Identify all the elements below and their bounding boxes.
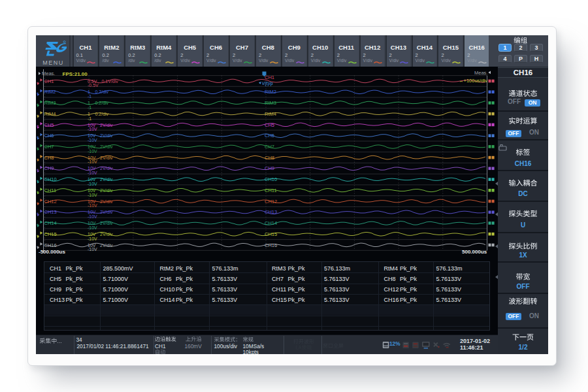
- svg-text:-10V: -10V: [88, 159, 97, 164]
- svg-text:CH13: CH13: [265, 209, 277, 215]
- svg-text:CH10: CH10: [44, 176, 57, 182]
- svg-text:CH1: CH1: [44, 78, 54, 84]
- svg-text:FPS:21.00: FPS:21.00: [63, 71, 88, 77]
- svg-text:RtM2: RtM2: [265, 89, 276, 95]
- svg-text:CH12: CH12: [265, 199, 277, 204]
- svg-text:↔+100us/div: ↔+100us/div: [459, 78, 487, 84]
- svg-text:-10V: -10V: [88, 214, 97, 219]
- svg-text:-10V: -10V: [88, 127, 97, 131]
- svg-text:CH15: CH15: [265, 231, 277, 237]
- svg-text:CH16: CH16: [265, 242, 277, 248]
- svg-text:RtM3: RtM3: [44, 100, 56, 106]
- svg-text:-10V: -10V: [88, 247, 97, 252]
- svg-text:2V/div: 2V/div: [100, 166, 113, 171]
- svg-text:CH5: CH5: [44, 122, 54, 128]
- svg-text:RtM2: RtM2: [44, 89, 56, 95]
- svg-text:2V/div: 2V/div: [100, 123, 113, 127]
- svg-text:-500.000us: -500.000us: [39, 249, 65, 255]
- svg-text:CH14: CH14: [44, 220, 57, 226]
- svg-text:0.2/div: 0.2/div: [95, 90, 109, 94]
- svg-text:-10V: -10V: [88, 138, 97, 142]
- svg-text:0.1V/div: 0.1V/div: [102, 79, 119, 84]
- svg-text:-10V: -10V: [88, 225, 97, 230]
- svg-text:CH16: CH16: [44, 242, 57, 248]
- svg-text:-10V: -10V: [88, 182, 97, 186]
- svg-text:RtM3: RtM3: [265, 100, 276, 106]
- svg-text:CH14: CH14: [265, 220, 277, 226]
- svg-text:CH15: CH15: [44, 231, 57, 237]
- svg-text:-10V: -10V: [88, 149, 97, 154]
- svg-text:-1: -1: [88, 94, 91, 99]
- svg-text:-1: -1: [88, 105, 91, 110]
- svg-text:CH6: CH6: [265, 133, 274, 139]
- svg-text:-0.5V: -0.5V: [88, 83, 99, 88]
- svg-text:2V/div: 2V/div: [100, 243, 113, 248]
- svg-text:2V/div: 2V/div: [100, 188, 113, 193]
- svg-text:CH8: CH8: [44, 155, 54, 161]
- svg-text:-10V: -10V: [88, 193, 97, 197]
- svg-text:CH8: CH8: [265, 155, 274, 161]
- svg-text:2V/div: 2V/div: [100, 199, 113, 204]
- svg-text:2V/div: 2V/div: [100, 210, 113, 214]
- svg-text:Meas.: Meas.: [474, 70, 487, 76]
- svg-text:0.2/div: 0.2/div: [95, 101, 109, 105]
- svg-text:CH12: CH12: [44, 199, 57, 204]
- svg-text:-10V: -10V: [88, 171, 97, 175]
- svg-text:-10V: -10V: [88, 203, 97, 208]
- svg-text:CH5: CH5: [265, 122, 274, 128]
- svg-text:CH7: CH7: [265, 144, 274, 150]
- svg-text:CH6: CH6: [44, 133, 54, 139]
- svg-text:CH7: CH7: [44, 144, 54, 150]
- svg-text:RtM4: RtM4: [265, 111, 276, 117]
- svg-text:CH1: CH1: [265, 74, 274, 80]
- svg-text:CH9: CH9: [265, 165, 274, 171]
- svg-text:Meas.: Meas.: [42, 71, 55, 76]
- svg-text:CH11: CH11: [265, 188, 277, 193]
- svg-text:2V/div: 2V/div: [100, 155, 113, 160]
- svg-text:-1: -1: [88, 116, 91, 121]
- svg-text:CH9: CH9: [44, 165, 54, 171]
- svg-text:CH13: CH13: [44, 209, 57, 215]
- svg-text:CH10: CH10: [265, 176, 277, 182]
- svg-text:2V/div: 2V/div: [100, 133, 113, 138]
- svg-text:2V/div: 2V/div: [100, 221, 113, 225]
- svg-text:0.2/div: 0.2/div: [95, 112, 109, 116]
- svg-text:2V/div: 2V/div: [100, 177, 113, 182]
- svg-text:V(t)/p: V(t)/p: [262, 81, 273, 86]
- svg-text:RtM4: RtM4: [44, 111, 56, 117]
- svg-text:500.000us: 500.000us: [462, 249, 487, 255]
- svg-text:2V/div: 2V/div: [100, 144, 113, 149]
- svg-text:CH11: CH11: [44, 188, 57, 193]
- svg-text:-10V: -10V: [88, 237, 97, 241]
- svg-text:2V/div: 2V/div: [100, 232, 113, 237]
